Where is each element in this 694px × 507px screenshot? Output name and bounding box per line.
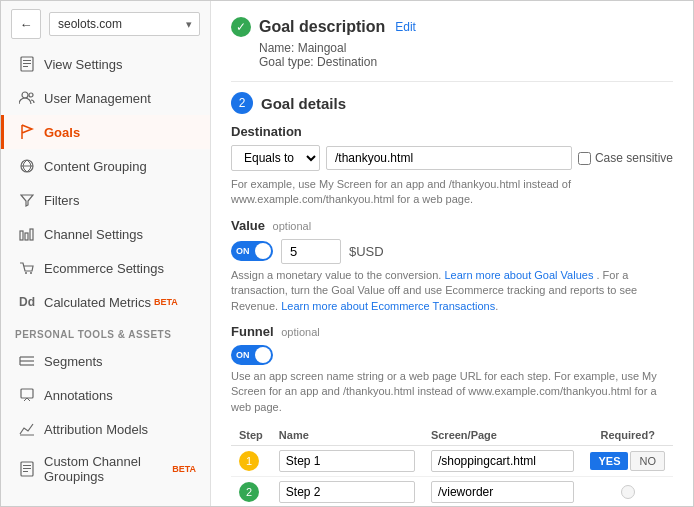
beta-badge: BETA	[154, 297, 178, 307]
svg-rect-2	[23, 63, 31, 64]
sidebar-item-label: Ecommerce Settings	[44, 261, 164, 276]
sidebar-item-label: Filters	[44, 193, 79, 208]
sidebar-item-label: Channel Settings	[44, 227, 143, 242]
check-circle-icon: ✓	[231, 17, 251, 37]
type-value: Destination	[317, 55, 377, 69]
screen-col-header: Screen/Page	[423, 425, 583, 446]
goal-description-title: Goal description	[259, 18, 385, 36]
table-row: 1 YES NO	[231, 446, 673, 477]
svg-rect-8	[20, 231, 23, 240]
sidebar-item-label: Custom Channel Groupings	[44, 454, 169, 484]
step-2-url-input[interactable]	[431, 481, 575, 503]
sidebar-item-label: View Settings	[44, 57, 123, 72]
equals-to-select[interactable]: Equals to	[231, 145, 320, 171]
domain-selector-wrap: seolots.com	[49, 12, 200, 36]
segments-icon	[18, 352, 36, 370]
destination-url-input[interactable]	[326, 146, 572, 170]
filters-icon	[18, 191, 36, 209]
step-1-url-input[interactable]	[431, 450, 575, 472]
sidebar-item-annotations[interactable]: Annotations	[1, 378, 210, 412]
funnel-hint: Use an app screen name string or a web p…	[231, 369, 673, 415]
toggle-knob	[255, 243, 271, 259]
sidebar-item-label: Calculated Metrics	[44, 295, 151, 310]
svg-rect-17	[21, 389, 33, 398]
svg-point-11	[25, 272, 27, 274]
custom-channel-groupings-beta-badge: BETA	[172, 464, 196, 474]
step-2-name-input[interactable]	[279, 481, 415, 503]
sidebar-item-attribution-models[interactable]: Attribution Models	[1, 412, 210, 446]
content-grouping-icon	[18, 157, 36, 175]
currency-label: $USD	[349, 244, 384, 259]
back-button[interactable]: ←	[11, 9, 41, 39]
required-col-header: Required?	[582, 425, 673, 446]
value-toggle[interactable]: ON	[231, 241, 273, 261]
sidebar-item-filters[interactable]: Filters	[1, 183, 210, 217]
sidebar-item-channel-settings[interactable]: Channel Settings	[1, 217, 210, 251]
sidebar-item-label: Annotations	[44, 388, 113, 403]
back-icon: ←	[20, 17, 33, 32]
step-2-required-radio[interactable]	[621, 485, 635, 499]
ecommerce-settings-icon	[18, 259, 36, 277]
step-1-required-cell: YES NO	[590, 451, 665, 471]
sidebar-item-ecommerce-settings[interactable]: Ecommerce Settings	[1, 251, 210, 285]
personal-section-title: PERSONAL TOOLS & ASSETS	[1, 319, 210, 344]
svg-rect-10	[30, 229, 33, 240]
sidebar-item-label: Goals	[44, 125, 80, 140]
svg-point-5	[29, 93, 33, 97]
step-2-required-cell	[590, 485, 665, 499]
sidebar-item-user-management[interactable]: User Management	[1, 81, 210, 115]
step-1-no-button[interactable]: NO	[630, 451, 665, 471]
value-number-input[interactable]	[281, 239, 341, 264]
name-col-header: Name	[271, 425, 423, 446]
table-row: 2	[231, 477, 673, 506]
sidebar-item-custom-channel-groupings[interactable]: Custom Channel Groupings BETA	[1, 446, 210, 492]
channel-settings-icon	[18, 225, 36, 243]
funnel-toggle[interactable]: ON	[231, 345, 273, 365]
annotations-icon	[18, 386, 36, 404]
value-label: Value optional	[231, 218, 673, 233]
view-settings-icon	[18, 55, 36, 73]
funnel-table: Step Name Screen/Page Required? 1 YES	[231, 425, 673, 506]
step-col-header: Step	[231, 425, 271, 446]
user-management-icon	[18, 89, 36, 107]
svg-point-4	[22, 92, 28, 98]
domain-select[interactable]: seolots.com	[49, 12, 200, 36]
main-content: ✓ Goal description Edit Name: Maingoal G…	[211, 1, 693, 506]
funnel-toggle-knob	[255, 347, 271, 363]
sidebar-item-goals[interactable]: Goals	[1, 115, 210, 149]
name-label: Name:	[259, 41, 294, 55]
goal-description-header: ✓ Goal description Edit	[231, 17, 673, 37]
edit-link[interactable]: Edit	[395, 20, 416, 34]
custom-channel-groupings-icon	[18, 460, 36, 478]
svg-rect-22	[23, 471, 28, 472]
case-sensitive-checkbox[interactable]	[578, 152, 591, 165]
divider	[231, 81, 673, 82]
svg-point-12	[30, 272, 32, 274]
step-1-name-input[interactable]	[279, 450, 415, 472]
sidebar-item-segments[interactable]: Segments	[1, 344, 210, 378]
goal-details-header: 2 Goal details	[231, 92, 673, 114]
ecommerce-transactions-link[interactable]: Learn more about Ecommerce Transactions	[281, 300, 495, 312]
goals-icon	[18, 123, 36, 141]
step-1-yes-button[interactable]: YES	[590, 452, 628, 470]
svg-rect-3	[23, 66, 28, 67]
sidebar-item-label: Segments	[44, 354, 103, 369]
sidebar-item-content-grouping[interactable]: Content Grouping	[1, 149, 210, 183]
sidebar-top: ← seolots.com	[1, 1, 210, 47]
svg-rect-21	[23, 468, 31, 469]
step-circle: 2	[231, 92, 253, 114]
case-sensitive-row: Case sensitive	[578, 151, 673, 165]
funnel-label: Funnel optional	[231, 324, 673, 339]
sidebar-item-label: User Management	[44, 91, 151, 106]
goal-details-title: Goal details	[261, 95, 346, 112]
goal-values-link[interactable]: Learn more about Goal Values	[444, 269, 593, 281]
step-2-num: 2	[239, 482, 259, 502]
calculated-metrics-icon: Dd	[18, 293, 36, 311]
sidebar-item-view-settings[interactable]: View Settings	[1, 47, 210, 81]
goal-meta: Name: Maingoal Goal type: Destination	[259, 41, 673, 69]
sidebar: ← seolots.com View Settings User M	[1, 1, 211, 506]
destination-label: Destination	[231, 124, 673, 139]
sidebar-item-calculated-metrics[interactable]: Dd Calculated Metrics BETA	[1, 285, 210, 319]
value-hint: Assign a monetary value to the conversio…	[231, 268, 673, 314]
name-value: Maingoal	[298, 41, 347, 55]
